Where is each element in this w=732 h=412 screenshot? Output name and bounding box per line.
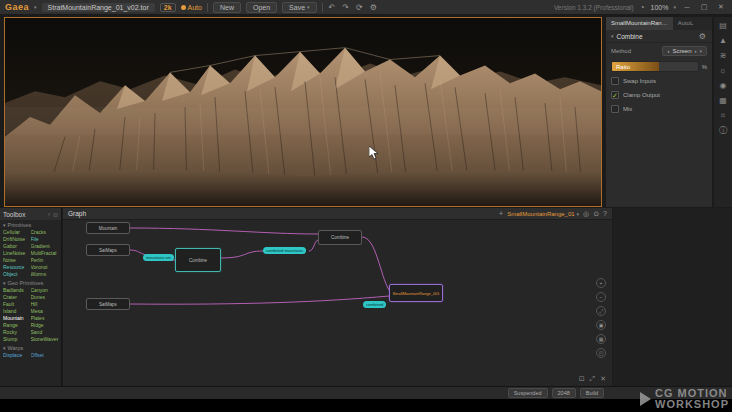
zoom-out-icon[interactable]: − bbox=[596, 292, 606, 302]
toolbox-node-item[interactable]: Worms bbox=[31, 271, 59, 278]
toolbox-node-item[interactable]: Object bbox=[3, 271, 31, 278]
toolbox-node-item[interactable]: Ridge bbox=[31, 322, 59, 329]
minimap-icon[interactable]: ◰ bbox=[596, 348, 606, 358]
graph-node-combine-1[interactable]: Combine bbox=[175, 248, 221, 272]
toolbox-section-warps[interactable]: ▾ Warps bbox=[0, 343, 61, 352]
close-graph-icon[interactable]: ✕ bbox=[600, 375, 606, 383]
toolbox-node-item[interactable]: Plates bbox=[31, 315, 59, 322]
camera-icon[interactable]: ◉ bbox=[720, 82, 727, 90]
toolbox-node-item[interactable]: Offset bbox=[31, 352, 59, 359]
toolbox-section-primitives[interactable]: ▾ Primitives bbox=[0, 220, 61, 229]
toolbox-node-item[interactable]: Range bbox=[3, 322, 31, 329]
clamp-output-checkbox[interactable]: ✓ bbox=[611, 91, 619, 99]
toolbox-node-item-mountain[interactable]: Mountain bbox=[3, 315, 31, 322]
resolution-button[interactable]: 2048 bbox=[552, 388, 576, 398]
new-button[interactable]: New bbox=[213, 2, 241, 13]
swap-inputs-checkbox[interactable] bbox=[611, 77, 619, 85]
toolbox-node-item[interactable]: Fault bbox=[3, 301, 31, 308]
graph-node-satmaps-1[interactable]: SatMaps bbox=[86, 244, 130, 256]
graph-node-combine-2[interactable]: Combine bbox=[318, 230, 362, 245]
graph-breadcrumb[interactable]: SmallMountainRange_01 ▾ bbox=[507, 211, 579, 217]
toolbox-node-item[interactable]: Noise bbox=[3, 257, 31, 264]
combine-section-header[interactable]: ▾ Combine ⚙ bbox=[606, 30, 712, 43]
tab-small-mountain-range[interactable]: SmallMountainRan… bbox=[606, 17, 673, 30]
bookmark-icon[interactable]: ⊙ bbox=[593, 210, 599, 218]
grid-icon[interactable]: ▦ bbox=[596, 334, 606, 344]
layers-icon[interactable]: ▦ bbox=[719, 97, 727, 105]
toolbox-node-item[interactable]: Badlands bbox=[3, 287, 31, 294]
toolbox-node-item[interactable]: Cellular bbox=[3, 229, 31, 236]
app-logo[interactable]: Gaea bbox=[5, 2, 29, 12]
redo-icon[interactable]: ↷ bbox=[341, 3, 350, 12]
swap-inputs-row[interactable]: Swap Inputs bbox=[606, 74, 712, 88]
next-option-icon[interactable]: › bbox=[694, 48, 696, 54]
build-button[interactable]: Build bbox=[580, 388, 604, 398]
method-dropdown[interactable]: ‹ Screen › ▾ bbox=[662, 46, 707, 56]
zoom-in-icon[interactable]: + bbox=[596, 278, 606, 288]
fit-view-icon[interactable]: ⤢ bbox=[596, 306, 606, 316]
terrain-3d-viewport[interactable] bbox=[4, 17, 602, 207]
display-icon[interactable]: ▤ bbox=[719, 22, 727, 30]
toolbox-node-item[interactable]: Gabor bbox=[3, 243, 31, 250]
sun-icon[interactable]: ☼ bbox=[719, 67, 726, 75]
toolbox-node-item[interactable]: Mesa bbox=[31, 308, 59, 315]
toolbox-node-item[interactable]: Cracks bbox=[31, 229, 59, 236]
actual-size-icon[interactable]: ▣ bbox=[596, 320, 606, 330]
toolbox-node-item[interactable]: Resource bbox=[3, 264, 31, 271]
maximize-button[interactable]: ▢ bbox=[698, 3, 710, 11]
zoom-level[interactable]: 100% bbox=[651, 4, 669, 11]
suspended-button[interactable]: Suspended bbox=[508, 388, 548, 398]
settings-icon[interactable]: ⚙ bbox=[369, 3, 378, 12]
toolbox-node-item[interactable]: Perlin bbox=[31, 257, 59, 264]
toolbox-node-item[interactable]: Voronoi bbox=[31, 264, 59, 271]
gear-icon[interactable]: ⚙ bbox=[698, 32, 707, 41]
graph-node-output-smallmountainrange[interactable]: SmallMountainRange_001 bbox=[389, 284, 443, 302]
toolbox-node-item[interactable]: Crater bbox=[3, 294, 31, 301]
pin-icon[interactable]: ⊙ bbox=[53, 211, 58, 218]
toolbox-node-item[interactable]: Canyon bbox=[31, 287, 59, 294]
water-icon[interactable]: ≋ bbox=[720, 52, 727, 60]
help-icon[interactable]: ? bbox=[603, 210, 607, 217]
toolbox-node-item[interactable]: Rocky bbox=[3, 329, 31, 336]
mix-row[interactable]: Mix bbox=[606, 102, 712, 116]
save-button[interactable]: Save ▾ bbox=[282, 2, 316, 13]
toolbox-node-item[interactable]: Sand bbox=[31, 329, 59, 336]
open-button[interactable]: Open bbox=[246, 2, 277, 13]
add-node-icon[interactable]: + bbox=[499, 210, 503, 217]
toolbox-node-item[interactable]: Island bbox=[3, 308, 31, 315]
prev-option-icon[interactable]: ‹ bbox=[667, 48, 669, 54]
minimize-button[interactable]: ─ bbox=[681, 4, 693, 11]
locate-icon[interactable]: ◎ bbox=[583, 210, 589, 218]
history-icon[interactable]: ⟳ bbox=[355, 3, 364, 12]
toolbox-section-geo-primitives[interactable]: ▾ Geo Primitives bbox=[0, 278, 61, 287]
portal-combined-mountains[interactable]: combined mountains bbox=[263, 247, 306, 254]
toolbox-node-item[interactable]: Slump bbox=[3, 336, 31, 343]
graph-canvas[interactable]: Mountain SatMaps Combine Combine SatMaps… bbox=[63, 220, 612, 386]
toolbox-node-item[interactable]: MultiFractal bbox=[31, 250, 59, 257]
graph-node-mountain[interactable]: Mountain bbox=[86, 222, 130, 234]
toolbox-node-item[interactable]: Displace bbox=[3, 352, 31, 359]
clamp-output-row[interactable]: ✓ Clamp Output bbox=[606, 88, 712, 102]
toolbox-node-item[interactable]: DriftNoise bbox=[3, 236, 31, 243]
toolbox-node-item[interactable]: Hill bbox=[31, 301, 59, 308]
frame-selection-icon[interactable]: ⊡ bbox=[579, 375, 585, 383]
terrain-icon[interactable]: ▲ bbox=[719, 37, 727, 45]
toolbox-node-item[interactable]: Gradient bbox=[31, 243, 59, 250]
measure-icon[interactable]: ⌗ bbox=[721, 112, 726, 120]
portal-combined[interactable]: combined bbox=[363, 301, 386, 308]
toolbox-node-item[interactable]: StoneWaves bbox=[31, 336, 59, 343]
search-icon[interactable]: ⌕ bbox=[48, 211, 51, 218]
document-tab[interactable]: StratMountainRange_01_v02.tor bbox=[42, 3, 155, 12]
toolbox-node-item[interactable]: LineNoise bbox=[3, 250, 31, 257]
toolbox-node-item[interactable]: File bbox=[31, 236, 59, 243]
ratio-slider[interactable]: Ratio bbox=[611, 61, 699, 72]
graph-node-satmaps-2[interactable]: SatMaps bbox=[86, 298, 130, 310]
undo-icon[interactable]: ↶ bbox=[328, 3, 337, 12]
mix-checkbox[interactable] bbox=[611, 105, 619, 113]
auto-build-toggle[interactable]: Auto bbox=[181, 4, 202, 11]
tab-autolevel[interactable]: AutoL bbox=[673, 17, 699, 30]
maximize-graph-icon[interactable]: ⤢ bbox=[590, 375, 596, 383]
resolution-badge[interactable]: 2k bbox=[160, 3, 176, 12]
portal-mountains-sm[interactable]: mountains sm bbox=[143, 254, 174, 261]
toolbox-node-item[interactable]: Dunes bbox=[31, 294, 59, 301]
